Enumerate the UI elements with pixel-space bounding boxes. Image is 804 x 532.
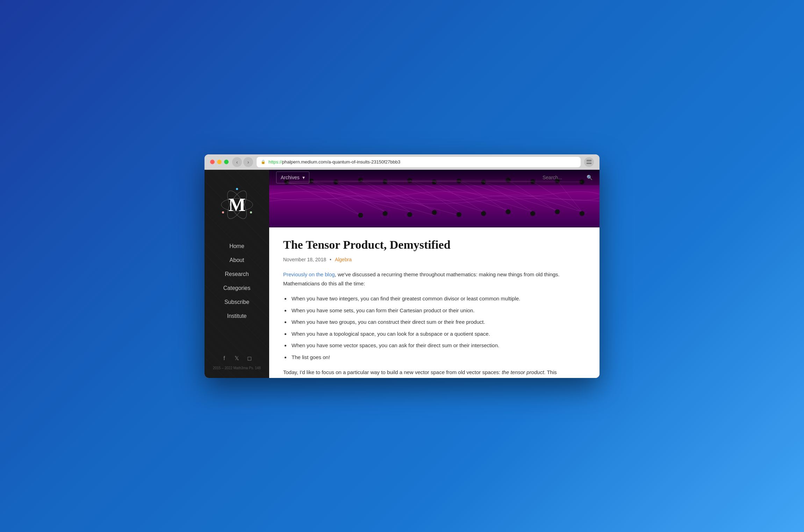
article-meta: November 18, 2018 • Algebra [283, 257, 586, 262]
search-area: 🔍 [543, 175, 593, 180]
meta-separator: • [330, 257, 331, 262]
svg-point-3 [236, 188, 238, 190]
sidebar-item-institute[interactable]: Institute [204, 309, 269, 323]
svg-point-52 [358, 213, 363, 218]
url-protocol: https:// [268, 159, 282, 165]
traffic-lights [210, 160, 229, 164]
closing-italic: the tensor product [502, 369, 544, 375]
logo-area: M [209, 170, 265, 236]
browser-window: ‹ › 🔒 https://phalpern.medium.com/a-quan… [204, 154, 600, 378]
sidebar-item-research[interactable]: Research [204, 268, 269, 281]
content-nav-bar: Archives ▾ 🔍 [269, 170, 600, 185]
svg-point-58 [506, 209, 511, 214]
chevron-down-icon: ▾ [302, 175, 305, 180]
nav-buttons: ‹ › [232, 157, 253, 167]
facebook-icon[interactable]: f [221, 355, 228, 362]
archives-label: Archives [281, 175, 300, 180]
menu-button[interactable] [584, 157, 594, 167]
browser-content: M Home About Research Categories Subscri… [204, 170, 600, 378]
url-display: https://phalpern.medium.com/a-quantum-of… [268, 159, 400, 165]
sidebar-item-about[interactable]: About [204, 254, 269, 267]
bullet-list: When you have two integers, you can find… [290, 294, 586, 362]
sidebar-item-categories[interactable]: Categories [204, 282, 269, 295]
sidebar-footer: 2015 – 2022 Math3ma Ps. 148 [209, 365, 264, 378]
list-item: When you have a topological space, you c… [290, 329, 586, 338]
menu-line [587, 162, 591, 162]
list-item: When you have two groups, you can constr… [290, 318, 586, 327]
search-icon[interactable]: 🔍 [587, 175, 593, 180]
hero-banner: Archives ▾ 🔍 [269, 170, 600, 227]
browser-toolbar: ‹ › 🔒 https://phalpern.medium.com/a-quan… [204, 154, 600, 170]
article-body: The Tensor Product, Demystified November… [269, 227, 600, 378]
address-bar[interactable]: 🔒 https://phalpern.medium.com/a-quantum-… [257, 157, 581, 167]
main-content: Archives ▾ 🔍 The Tensor Product, Demysti… [269, 170, 600, 378]
menu-line [587, 163, 591, 164]
maximize-button[interactable] [224, 160, 229, 164]
list-item: The list goes on! [290, 353, 586, 362]
back-button[interactable]: ‹ [232, 157, 242, 167]
svg-point-59 [530, 211, 535, 216]
closing-end: . This [544, 369, 557, 375]
menu-line [587, 160, 591, 161]
svg-point-54 [407, 212, 412, 217]
svg-point-5 [222, 211, 224, 213]
svg-point-60 [555, 209, 560, 214]
article-closing: Today, I'd like to focus on a particular… [283, 368, 586, 377]
sidebar-nav: Home About Research Categories Subscribe… [204, 236, 269, 326]
url-path: phalpern.medium.com/a-quantum-of-insults… [282, 159, 400, 165]
close-button[interactable] [210, 160, 215, 164]
twitter-icon[interactable]: 𝕏 [234, 355, 241, 362]
article-date: November 18, 2018 [283, 257, 326, 262]
archives-dropdown[interactable]: Archives ▾ [276, 172, 309, 183]
article-category[interactable]: Algebra [335, 257, 352, 262]
sidebar-item-subscribe[interactable]: Subscribe [204, 296, 269, 309]
lock-icon: 🔒 [261, 160, 266, 164]
sidebar-item-home[interactable]: Home [204, 240, 269, 253]
list-item: When you have two integers, you can find… [290, 294, 586, 303]
minimize-button[interactable] [217, 160, 222, 164]
closing-text: Today, I'd like to focus on a particular… [283, 369, 502, 375]
svg-text:M: M [228, 195, 245, 215]
social-icons: f 𝕏 ◻ [221, 348, 253, 365]
list-item: When you have some vector spaces, you ca… [290, 341, 586, 350]
search-input[interactable] [543, 175, 584, 180]
article-title: The Tensor Product, Demystified [283, 238, 586, 252]
svg-point-61 [580, 211, 584, 216]
svg-point-55 [432, 210, 437, 215]
svg-point-56 [457, 212, 461, 217]
svg-point-57 [481, 211, 486, 216]
article-intro: Previously on the blog, we've discussed … [283, 270, 586, 288]
list-item: When you have some sets, you can form th… [290, 306, 586, 315]
site-logo: M [216, 184, 258, 226]
svg-point-4 [250, 211, 252, 213]
instagram-icon[interactable]: ◻ [246, 355, 253, 362]
forward-button[interactable]: › [243, 157, 253, 167]
previously-link[interactable]: Previously on the blog [283, 271, 335, 277]
svg-point-53 [383, 211, 388, 216]
sidebar: M Home About Research Categories Subscri… [204, 170, 269, 378]
